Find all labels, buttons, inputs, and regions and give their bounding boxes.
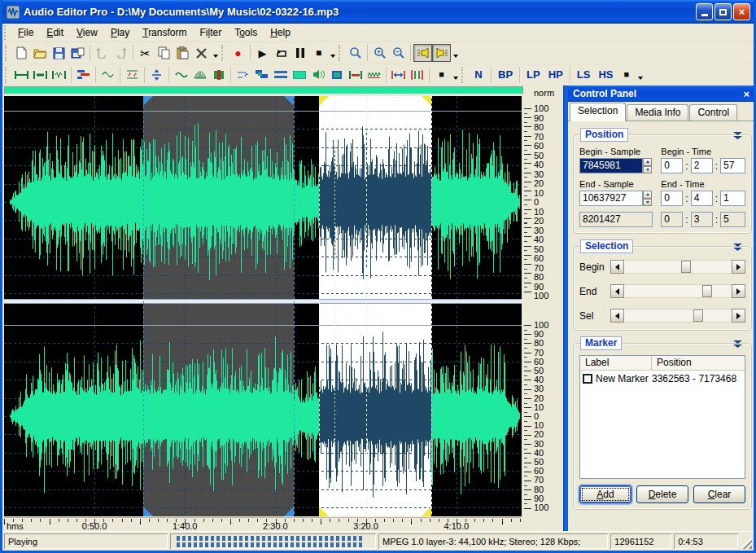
begin-sample-spinner[interactable] [643,158,652,173]
silence-icon-button[interactable] [50,66,68,84]
play-dropdown[interactable] [328,44,337,62]
end-sec-input[interactable]: 1 [720,191,745,206]
tab-media-info[interactable]: Media Info [627,104,688,121]
delay-button[interactable] [346,66,365,84]
sel-slider-track[interactable] [624,309,732,323]
add-button[interactable]: Add [579,485,631,503]
menu-transform[interactable]: Transform [136,24,193,41]
end-min-input[interactable]: 4 [691,191,713,206]
selection-span-button[interactable] [389,66,408,84]
loop-play-button[interactable] [272,44,291,62]
save-as-button[interactable] [68,44,87,62]
filters-dropdown[interactable] [636,66,645,84]
copy-button[interactable] [155,44,173,62]
menu-edit[interactable]: Edit [40,24,70,41]
insert-silence-button[interactable] [290,66,308,84]
cut-button[interactable]: ✂ [136,44,155,62]
end-sample-spinner[interactable] [643,191,652,206]
stop-button[interactable]: ■ [309,44,328,62]
clear-button[interactable]: Clear [693,485,745,503]
redo-button[interactable] [111,44,130,62]
marker-checkbox[interactable] [583,374,592,384]
trim-icon-button[interactable] [12,66,31,84]
filter-hp-button[interactable]: HP [544,66,567,84]
selection-bounds-button[interactable] [408,66,426,84]
minimize-button[interactable] [696,3,713,20]
collapse-position-icon[interactable] [732,132,743,139]
end-sample-input[interactable]: 10637927 [579,191,643,206]
play-button[interactable]: ▶ [253,44,272,62]
end-hour-input[interactable]: 0 [661,191,683,206]
effect-extra-button[interactable]: ■ [432,66,451,84]
filter-ls-button[interactable]: LS [573,66,595,84]
end-slider-track[interactable] [624,284,732,298]
new-file-button[interactable] [12,44,31,62]
begin-hour-input[interactable]: 0 [661,158,683,173]
sel-slider-left-arrow[interactable] [610,309,624,323]
shift-right-button[interactable] [234,66,252,84]
marker-row[interactable]: New Marker3362563 - 7173468 [580,371,745,386]
timeline-ruler[interactable]: hms 0:50.01:40.02:30.03:20.04:10.0 [4,517,522,530]
fade-button[interactable] [123,66,142,84]
end-slider-right-arrow[interactable] [732,284,745,298]
sel-slider-thumb[interactable] [693,309,703,322]
filter-bp-button[interactable]: BP [494,66,517,84]
save-button[interactable] [50,44,68,62]
matrix-button[interactable] [327,66,346,84]
menu-tools[interactable]: Tools [228,24,264,41]
zoom-selection-button[interactable] [346,44,365,62]
right-channel-toggle[interactable] [432,44,451,62]
left-channel-toggle[interactable] [413,44,432,62]
edit-dropdown[interactable] [211,44,220,62]
maximize-button[interactable] [714,3,732,20]
undo-button[interactable] [93,44,111,62]
resize-grip[interactable] [741,538,752,549]
end-slider-thumb[interactable] [702,285,712,297]
begin-slider-right-arrow[interactable] [732,260,745,274]
menu-filter[interactable]: Filter [193,24,228,41]
begin-slider-track[interactable] [624,260,732,274]
close-button[interactable]: × [733,3,750,20]
resample-button[interactable] [271,66,290,84]
waveform-canvas[interactable] [4,96,522,516]
amplify-button[interactable] [147,66,166,84]
zoom-out-button[interactable] [389,44,408,62]
zoom-in-button[interactable] [370,44,389,62]
control-panel-close-icon[interactable]: × [741,88,752,100]
sel-slider-right-arrow[interactable] [732,309,745,323]
begin-slider-left-arrow[interactable] [610,260,624,274]
effects-dropdown[interactable] [451,66,460,84]
reverb-button[interactable] [308,66,327,84]
noise-button[interactable] [365,66,383,84]
marker-list[interactable]: Label Position New Marker3362563 - 71734… [579,355,745,479]
channel-dropdown[interactable] [451,44,460,62]
menu-file[interactable]: File [11,24,40,41]
begin-sample-input[interactable]: 7845981 [579,158,643,173]
collapse-marker-icon[interactable] [732,340,743,348]
filter-hs-button[interactable]: HS [594,66,617,84]
paste-button[interactable] [173,44,192,62]
begin-slider-thumb[interactable] [681,261,691,273]
record-button[interactable]: ● [229,44,247,62]
open-file-button[interactable] [31,44,50,62]
channel-converter-button[interactable] [74,66,93,84]
collapse-selection-icon[interactable] [732,244,743,251]
delete-button[interactable]: Delete [636,485,688,503]
envelope-button[interactable] [98,66,117,84]
filter-extra-button[interactable]: ■ [617,66,636,84]
marker-col-position[interactable]: Position [652,356,745,370]
menu-play[interactable]: Play [104,24,136,41]
tab-control[interactable]: Control [689,104,737,121]
crop-icon-button[interactable] [31,66,50,84]
marker-col-label[interactable]: Label [580,356,652,370]
menu-view[interactable]: View [70,24,104,41]
pause-button[interactable] [291,44,309,62]
menu-help[interactable]: Help [264,24,297,41]
tab-selection[interactable]: Selection [570,103,626,121]
filter-lp-button[interactable]: LP [522,66,544,84]
end-slider-left-arrow[interactable] [610,284,624,298]
overview-bar[interactable] [4,86,523,94]
spectrum-button[interactable] [190,66,209,84]
sine-effect-button[interactable] [172,66,190,84]
begin-sec-input[interactable]: 57 [720,158,745,173]
